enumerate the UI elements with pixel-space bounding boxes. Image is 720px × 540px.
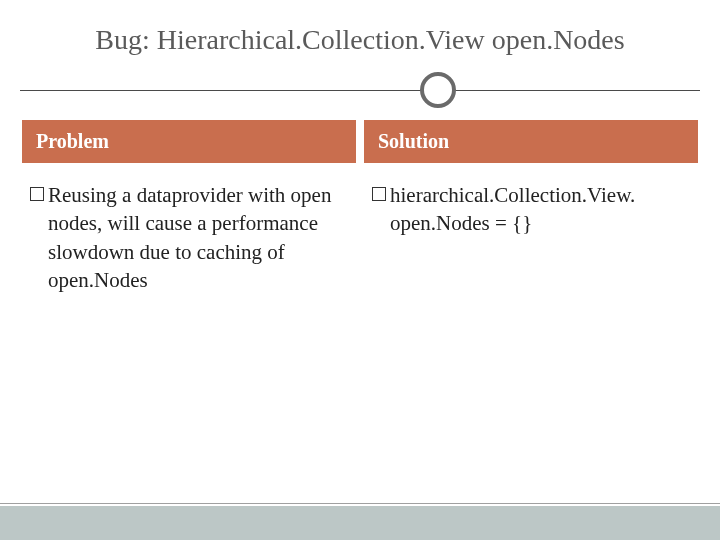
slide: Bug: Hierarchical.Collection.View open.N… [0,0,720,540]
solution-header: Solution [364,120,698,163]
columns: Problem Reusing a dataprovider with open… [0,110,720,308]
bottom-band [0,506,720,540]
solution-column: Solution hierarchical.Collection.View. o… [364,120,698,308]
bullet-square-icon [372,187,386,201]
solution-body: hierarchical.Collection.View. open.Nodes… [364,163,698,238]
title-line [20,90,700,91]
slide-title: Bug: Hierarchical.Collection.View open.N… [0,0,720,70]
problem-column: Problem Reusing a dataprovider with open… [22,120,356,308]
problem-body: Reusing a dataprovider with open nodes, … [22,163,356,294]
problem-text: Reusing a dataprovider with open nodes, … [48,181,348,294]
solution-text: hierarchical.Collection.View. open.Nodes… [390,181,690,238]
list-item: Reusing a dataprovider with open nodes, … [30,181,348,294]
title-circle-icon [420,72,456,108]
title-decoration [0,70,720,110]
problem-header: Problem [22,120,356,163]
bullet-square-icon [30,187,44,201]
list-item: hierarchical.Collection.View. open.Nodes… [372,181,690,238]
